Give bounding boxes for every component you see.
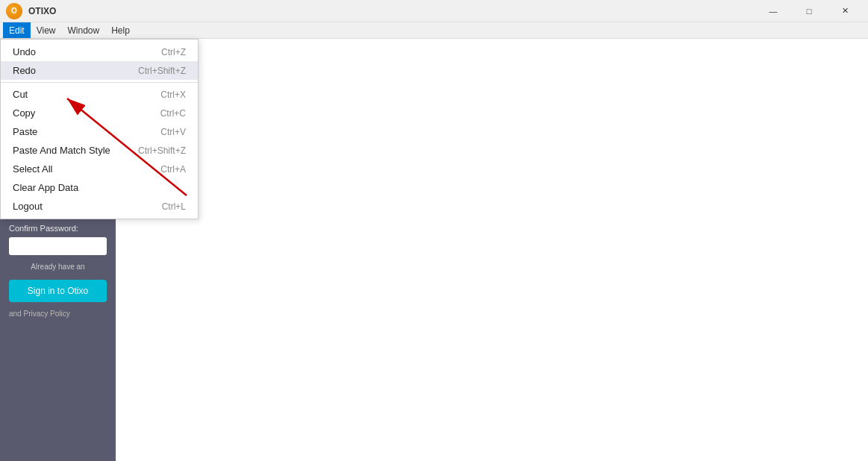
logout-shortcut: Ctrl+L xyxy=(162,201,186,212)
redo-label: Redo xyxy=(13,65,36,76)
menu-select-all[interactable]: Select All Ctrl+A xyxy=(1,160,198,178)
copy-shortcut: Ctrl+C xyxy=(160,108,186,119)
title-bar: O OTIXO — □ ✕ xyxy=(0,0,868,22)
menu-item-help[interactable]: Help xyxy=(105,22,136,38)
paste-match-shortcut: Ctrl+Shift+Z xyxy=(138,145,186,156)
menu-paste-match[interactable]: Paste And Match Style Ctrl+Shift+Z xyxy=(1,141,198,160)
menu-copy[interactable]: Copy Ctrl+C xyxy=(1,104,198,122)
already-have-text: Already have an xyxy=(9,263,107,271)
cut-shortcut: Ctrl+X xyxy=(160,90,186,100)
undo-label: Undo xyxy=(13,46,36,57)
menu-bar: Edit View Window Help xyxy=(0,22,868,39)
close-button[interactable]: ✕ xyxy=(828,0,862,22)
signin-button[interactable]: Sign in to Otixo xyxy=(9,280,107,302)
select-all-label: Select All xyxy=(13,163,52,175)
minimize-button[interactable]: — xyxy=(756,0,790,22)
menu-clear-app-data[interactable]: Clear App Data xyxy=(1,178,198,197)
menu-logout[interactable]: Logout Ctrl+L xyxy=(1,197,198,216)
menu-redo[interactable]: Redo Ctrl+Shift+Z xyxy=(1,61,198,80)
window-controls: — □ ✕ xyxy=(756,0,862,22)
redo-shortcut: Ctrl+Shift+Z xyxy=(138,66,186,76)
footer-text: and Privacy Policy xyxy=(9,310,107,318)
paste-match-label: Paste And Match Style xyxy=(13,145,110,156)
confirm-password-input[interactable] xyxy=(9,237,107,255)
copy-label: Copy xyxy=(13,107,35,119)
cut-label: Cut xyxy=(13,89,28,100)
app-title: OTIXO xyxy=(28,6,56,16)
menu-item-window[interactable]: Window xyxy=(61,22,105,38)
undo-shortcut: Ctrl+Z xyxy=(161,47,186,57)
menu-item-edit[interactable]: Edit xyxy=(3,22,31,38)
paste-label: Paste xyxy=(13,126,37,137)
menu-undo[interactable]: Undo Ctrl+Z xyxy=(1,43,198,61)
confirm-password-label: Confirm Password: xyxy=(9,224,107,233)
separator-1 xyxy=(1,82,198,83)
menu-cut[interactable]: Cut Ctrl+X xyxy=(1,85,198,104)
edit-dropdown-menu: Undo Ctrl+Z Redo Ctrl+Shift+Z Cut Ctrl+X… xyxy=(0,39,199,219)
app-logo: O OTIXO xyxy=(6,3,56,19)
logo-icon: O xyxy=(6,3,22,19)
menu-paste[interactable]: Paste Ctrl+V xyxy=(1,122,198,141)
main-content: or Email: First Name: Last Name: Passwor… xyxy=(0,39,868,461)
clear-app-data-label: Clear App Data xyxy=(13,182,78,193)
paste-shortcut: Ctrl+V xyxy=(160,127,186,137)
menu-item-view[interactable]: View xyxy=(31,22,62,38)
select-all-shortcut: Ctrl+A xyxy=(160,164,186,175)
maximize-button[interactable]: □ xyxy=(792,0,826,22)
right-content xyxy=(116,39,868,461)
logout-label: Logout xyxy=(13,201,43,212)
